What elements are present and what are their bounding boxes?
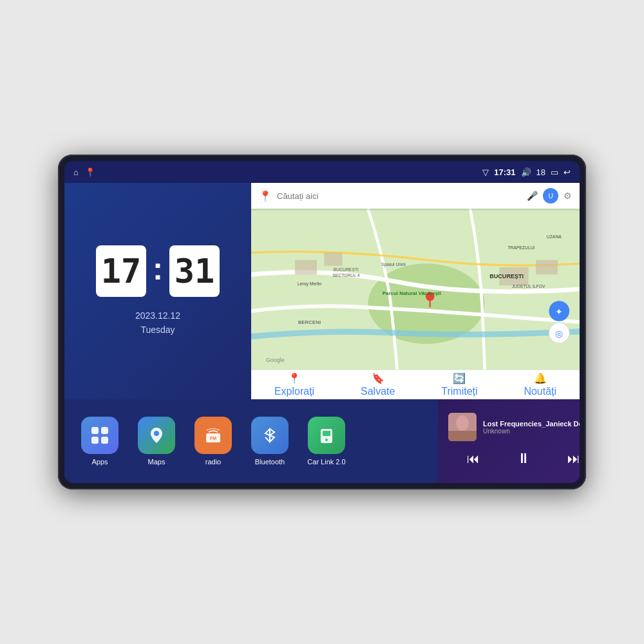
date-display: 2023.12.12 Tuesday	[135, 308, 180, 337]
svg-text:◎: ◎	[555, 329, 563, 339]
svg-text:JUDEȚUL ILFOV: JUDEȚUL ILFOV	[512, 284, 545, 289]
svg-text:SECTORUL 4: SECTORUL 4	[332, 273, 360, 278]
album-image	[448, 413, 477, 441]
status-left-icons: ⌂ 📍	[73, 167, 95, 177]
volume-icon: 🔊	[521, 167, 531, 177]
maps-shortcut-icon[interactable]: 📍	[85, 167, 95, 177]
signal-icon: ▽	[482, 167, 489, 177]
map-panel: 📍 🎤 U ⚙	[251, 183, 580, 399]
clock-hours: 17	[96, 245, 146, 297]
clock-colon: :	[153, 251, 163, 290]
trimiteți-label: Trimiteți	[441, 386, 477, 397]
svg-rect-34	[448, 431, 477, 441]
svg-rect-25	[101, 437, 108, 444]
svg-rect-30	[323, 431, 330, 436]
left-panel: 17 : 31 2023.12.12 Tuesday	[64, 183, 251, 399]
map-settings-icon[interactable]: ⚙	[564, 191, 572, 201]
salvate-label: Salvate	[361, 386, 395, 397]
svg-rect-23	[101, 427, 108, 434]
radio-icon-box: FM	[194, 417, 232, 454]
status-bar: ⌂ 📍 ▽ 17:31 🔊 18 ▭ ↩	[64, 161, 580, 183]
music-info: Lost Frequencies_Janieck Devy-... Unknow…	[448, 413, 580, 441]
main-content: 17 : 31 2023.12.12 Tuesday 📍 🎤 U ⚙	[64, 183, 580, 399]
salvate-icon: 🔖	[372, 372, 384, 384]
map-user-avatar[interactable]: U	[543, 188, 558, 204]
maps-label: Maps	[148, 458, 166, 466]
noutăți-icon: 🔔	[534, 372, 547, 384]
device-frame: ⌂ 📍 ▽ 17:31 🔊 18 ▭ ↩ 17 : 31	[58, 155, 586, 489]
map-mic-icon[interactable]: 🎤	[527, 191, 538, 201]
trimiteți-icon: 🔄	[453, 372, 466, 384]
battery-icon: ▭	[551, 167, 558, 177]
app-icon-apps[interactable]: Apps	[77, 417, 122, 466]
explorați-icon: 📍	[288, 372, 301, 384]
clock-minutes: 31	[169, 245, 220, 297]
app-icon-radio[interactable]: FM radio	[191, 417, 236, 466]
status-right-info: ▽ 17:31 🔊 18 ▭ ↩	[482, 167, 571, 177]
map-nav-salvate[interactable]: 🔖 Salvate	[361, 372, 395, 397]
svg-text:Leroy Merlin: Leroy Merlin	[298, 281, 322, 287]
svg-rect-5	[536, 260, 558, 275]
svg-text:BERCENI: BERCENI	[298, 319, 321, 325]
map-bottom-bar: 📍 Explorați 🔖 Salvate 🔄 Trimiteți 🔔 Nout…	[251, 370, 580, 399]
svg-text:UZANA: UZANA	[547, 234, 562, 239]
carlink-icon-box	[308, 417, 345, 454]
apps-icon-box	[81, 417, 118, 454]
map-nav-explorați[interactable]: 📍 Explorați	[274, 372, 314, 397]
svg-rect-24	[91, 437, 99, 444]
clock-widget: 17 : 31	[96, 245, 220, 297]
noutăți-label: Noutăți	[524, 386, 556, 397]
app-icon-bluetooth[interactable]: Bluetooth	[247, 417, 292, 466]
svg-text:TRAPEZULUI: TRAPEZULUI	[507, 245, 535, 250]
back-icon[interactable]: ↩	[564, 167, 571, 177]
svg-rect-2	[295, 260, 317, 275]
music-prev-button[interactable]: ⏮	[459, 449, 488, 469]
explorați-label: Explorați	[274, 386, 314, 397]
music-artist: Unknown	[483, 428, 580, 435]
svg-rect-22	[91, 427, 99, 434]
svg-text:BUCUREȘTI: BUCUREȘTI	[489, 273, 524, 279]
svg-text:✦: ✦	[555, 307, 563, 317]
app-icon-carlink[interactable]: Car Link 2.0	[304, 417, 349, 466]
music-album-art	[448, 413, 477, 441]
music-next-button[interactable]: ⏭	[560, 449, 580, 469]
app-icon-maps[interactable]: Maps	[134, 417, 179, 466]
bluetooth-label: Bluetooth	[255, 458, 285, 466]
status-time: 17:31	[494, 167, 515, 177]
maps-icon-box	[138, 417, 175, 454]
bottom-section: Apps Maps FM	[64, 399, 580, 483]
svg-text:Parcul Natural Văcărești: Parcul Natural Văcărești	[383, 290, 441, 296]
date-line1: 2023.12.12	[135, 308, 180, 323]
device-screen: ⌂ 📍 ▽ 17:31 🔊 18 ▭ ↩ 17 : 31	[64, 161, 580, 483]
music-text: Lost Frequencies_Janieck Devy-... Unknow…	[483, 420, 580, 435]
svg-text:BUCUREȘTI: BUCUREȘTI	[334, 267, 359, 272]
apps-label: Apps	[91, 458, 108, 466]
radio-label: radio	[205, 458, 221, 466]
svg-text:Google: Google	[266, 357, 285, 363]
map-nav-noutăți[interactable]: 🔔 Noutăți	[524, 372, 556, 397]
map-nav-trimiteți[interactable]: 🔄 Trimiteți	[441, 372, 477, 397]
music-title: Lost Frequencies_Janieck Devy-...	[483, 420, 580, 428]
app-icons-area: Apps Maps FM	[64, 399, 438, 483]
svg-text:Splaiul Unirii: Splaiul Unirii	[381, 262, 406, 267]
svg-text:FM: FM	[210, 436, 216, 440]
music-controls: ⏮ ⏸ ⏭	[448, 448, 580, 469]
date-line2: Tuesday	[135, 323, 180, 337]
music-player: Lost Frequencies_Janieck Devy-... Unknow…	[438, 399, 580, 483]
svg-point-33	[456, 415, 469, 431]
svg-point-31	[325, 439, 328, 441]
carlink-label: Car Link 2.0	[307, 458, 345, 466]
svg-point-26	[154, 431, 159, 436]
map-area[interactable]: ◎ ✦ Parcul Natural Văcărești Leroy Merli…	[251, 209, 580, 370]
map-search-pin-icon: 📍	[259, 190, 272, 202]
map-search-input[interactable]	[277, 191, 522, 201]
svg-rect-3	[324, 252, 342, 265]
bluetooth-icon-box	[251, 417, 289, 454]
map-search-bar: 📍 🎤 U ⚙	[251, 183, 580, 209]
home-icon[interactable]: ⌂	[73, 167, 79, 177]
music-play-button[interactable]: ⏸	[509, 448, 538, 469]
battery-level: 18	[536, 167, 545, 177]
